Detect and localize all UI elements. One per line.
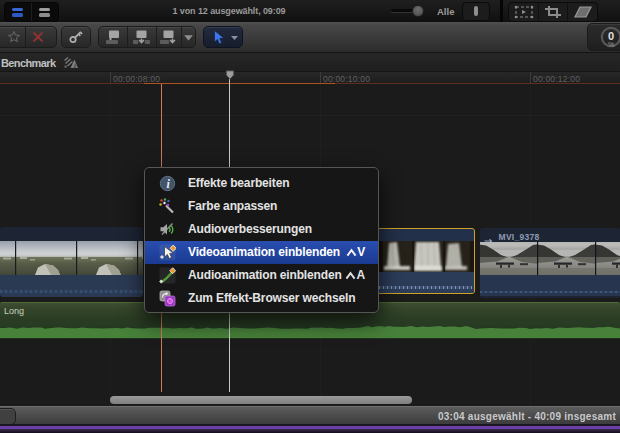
svg-text:%: % (608, 41, 614, 48)
svg-text:0: 0 (608, 30, 614, 42)
